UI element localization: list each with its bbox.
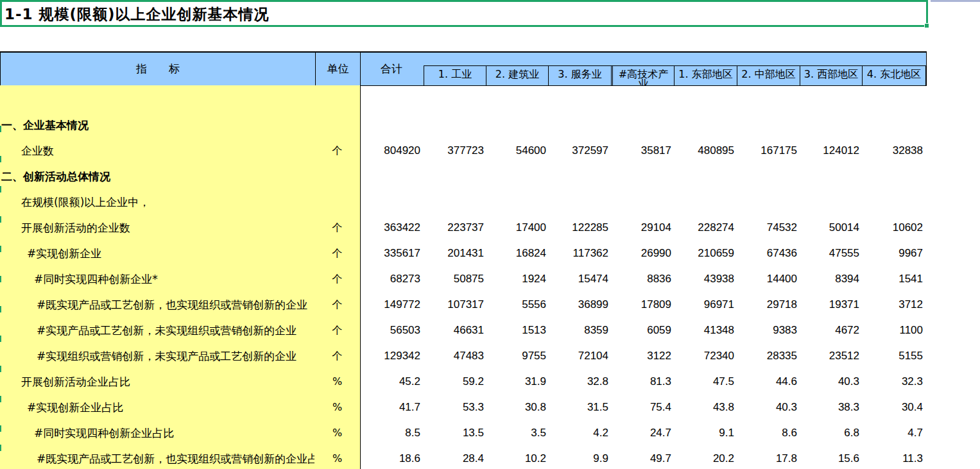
data-cell[interactable]: 75.4 [610, 395, 673, 420]
data-cell[interactable]: 11.3 [861, 446, 924, 469]
data-cell[interactable]: 1513 [485, 318, 547, 343]
data-cell[interactable]: 3.5 [485, 420, 547, 446]
data-cell[interactable]: 20.2 [673, 446, 735, 469]
column-header[interactable]: 2. 建筑业 [486, 65, 548, 85]
data-cell[interactable]: 41.7 [360, 395, 422, 420]
column-header[interactable]: 1. 工业 [424, 65, 486, 85]
data-cell[interactable]: 23512 [798, 343, 861, 369]
total-header[interactable]: 合计 [361, 53, 422, 85]
row-unit-cell[interactable]: 个 [314, 241, 360, 266]
data-cell[interactable]: 13.5 [422, 420, 485, 446]
data-cell[interactable] [798, 189, 861, 215]
data-cell[interactable]: 47.5 [673, 369, 735, 395]
data-cell[interactable]: 36899 [547, 292, 610, 318]
data-cell[interactable]: 107317 [422, 292, 485, 318]
data-cell[interactable]: 1100 [861, 318, 924, 343]
row-label-cell[interactable]: #实现组织或营销创新，未实现产品或工艺创新的企业 [0, 343, 314, 369]
row-label-cell[interactable]: 企业数 [0, 138, 314, 164]
data-cell[interactable] [360, 112, 422, 138]
data-cell[interactable] [547, 112, 610, 138]
data-cell[interactable]: 26990 [610, 241, 673, 266]
indicator-header[interactable]: 指 标 [1, 53, 315, 85]
data-cell[interactable]: 35817 [610, 138, 673, 164]
data-cell[interactable]: 8394 [798, 266, 861, 292]
data-cell[interactable] [861, 112, 924, 138]
data-cell[interactable] [673, 189, 735, 215]
data-cell[interactable]: 129342 [360, 343, 422, 369]
data-cell[interactable] [360, 189, 422, 215]
data-cell[interactable]: 149772 [360, 292, 422, 318]
data-cell[interactable] [610, 164, 673, 189]
data-cell[interactable]: 372597 [547, 138, 610, 164]
data-cell[interactable]: 29104 [610, 215, 673, 241]
data-cell[interactable]: 47483 [422, 343, 485, 369]
row-unit-cell[interactable]: 个 [314, 292, 360, 318]
data-cell[interactable]: 56503 [360, 318, 422, 343]
data-cell[interactable]: 377723 [422, 138, 485, 164]
data-cell[interactable] [547, 164, 610, 189]
data-cell[interactable]: 210659 [673, 241, 735, 266]
data-cell[interactable]: 10602 [861, 215, 924, 241]
column-header[interactable]: 3. 服务业 [548, 65, 611, 85]
data-cell[interactable] [422, 164, 485, 189]
data-cell[interactable]: 9967 [861, 241, 924, 266]
data-cell[interactable]: 10.2 [485, 446, 547, 469]
row-unit-cell[interactable] [314, 164, 360, 189]
data-cell[interactable]: 804920 [360, 138, 422, 164]
data-cell[interactable]: 19371 [798, 292, 861, 318]
data-cell[interactable]: 40.3 [735, 395, 798, 420]
data-cell[interactable] [735, 112, 798, 138]
row-label-cell[interactable]: 一、企业基本情况 [0, 112, 314, 138]
row-unit-cell[interactable]: 个 [314, 215, 360, 241]
data-cell[interactable]: 201431 [422, 241, 485, 266]
data-cell[interactable]: 44.6 [735, 369, 798, 395]
data-cell[interactable]: 38.3 [798, 395, 861, 420]
data-cell[interactable]: 223737 [422, 215, 485, 241]
data-cell[interactable]: 32.8 [547, 369, 610, 395]
row-unit-cell[interactable]: % [314, 420, 360, 446]
data-cell[interactable]: 41348 [673, 318, 735, 343]
row-label-cell[interactable]: 开展创新活动企业占比 [0, 369, 314, 395]
row-label-cell[interactable]: #实现创新企业占比 [0, 395, 314, 420]
data-cell[interactable]: 43.8 [673, 395, 735, 420]
data-cell[interactable]: 4672 [798, 318, 861, 343]
data-cell[interactable]: 3712 [861, 292, 924, 318]
row-unit-cell[interactable]: % [314, 369, 360, 395]
selected-title-cell[interactable]: 1-1 规模(限额)以上企业创新基本情况 [0, 0, 928, 27]
row-unit-cell[interactable]: % [314, 446, 360, 469]
data-cell[interactable]: 17.8 [735, 446, 798, 469]
data-cell[interactable] [422, 112, 485, 138]
data-cell[interactable]: 122285 [547, 215, 610, 241]
data-cell[interactable]: 335617 [360, 241, 422, 266]
data-cell[interactable]: 9.1 [673, 420, 735, 446]
row-label-cell[interactable]: #实现产品或工艺创新，未实现组织或营销创新的企业 [0, 318, 314, 343]
data-cell[interactable] [485, 164, 547, 189]
data-cell[interactable]: 72340 [673, 343, 735, 369]
data-cell[interactable]: 32.3 [861, 369, 924, 395]
data-cell[interactable] [735, 189, 798, 215]
row-label-cell[interactable]: 二、创新活动总体情况 [0, 164, 314, 189]
data-cell[interactable]: 18.6 [360, 446, 422, 469]
data-cell[interactable] [735, 164, 798, 189]
data-cell[interactable]: 8.5 [360, 420, 422, 446]
row-unit-cell[interactable]: 个 [314, 266, 360, 292]
data-cell[interactable]: 59.2 [422, 369, 485, 395]
data-cell[interactable]: 363422 [360, 215, 422, 241]
row-label-cell[interactable]: #既实现产品或工艺创新，也实现组织或营销创新的企业占比 [0, 446, 314, 469]
data-cell[interactable]: 53.3 [422, 395, 485, 420]
data-cell[interactable]: 74532 [735, 215, 798, 241]
data-cell[interactable]: 480895 [673, 138, 735, 164]
row-label-cell[interactable]: 开展创新活动的企业数 [0, 215, 314, 241]
data-cell[interactable]: 5155 [861, 343, 924, 369]
unit-header[interactable]: 单位 [315, 53, 361, 85]
data-cell[interactable]: 28335 [735, 343, 798, 369]
data-cell[interactable] [610, 189, 673, 215]
data-cell[interactable] [673, 112, 735, 138]
data-cell[interactable] [422, 189, 485, 215]
row-unit-cell[interactable]: 个 [314, 343, 360, 369]
row-label-cell[interactable]: #同时实现四种创新企业* [0, 266, 314, 292]
data-cell[interactable]: 40.3 [798, 369, 861, 395]
data-cell[interactable] [798, 112, 861, 138]
data-cell[interactable]: 28.4 [422, 446, 485, 469]
column-header[interactable]: 4. 东北地区 [862, 65, 926, 85]
